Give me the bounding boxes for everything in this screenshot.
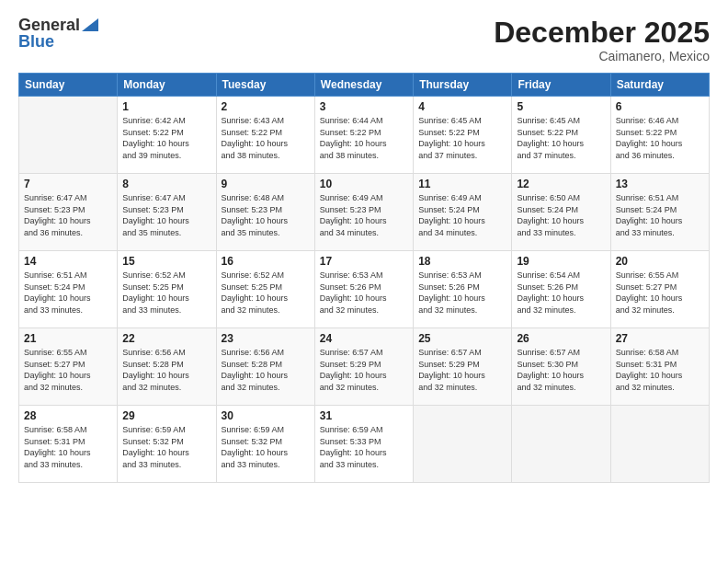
calendar-cell: 7Sunrise: 6:47 AM Sunset: 5:23 PM Daylig… <box>19 174 118 251</box>
location: Caimanero, Mexico <box>494 49 710 63</box>
calendar-cell <box>512 406 610 483</box>
day-number: 30 <box>222 409 310 422</box>
calendar-cell: 14Sunrise: 6:51 AM Sunset: 5:24 PM Dayli… <box>19 251 118 328</box>
day-info: Sunrise: 6:43 AM Sunset: 5:22 PM Dayligh… <box>222 115 310 161</box>
day-info: Sunrise: 6:59 AM Sunset: 5:32 PM Dayligh… <box>222 424 310 470</box>
calendar-table: SundayMondayTuesdayWednesdayThursdayFrid… <box>18 73 710 483</box>
calendar-cell: 31Sunrise: 6:59 AM Sunset: 5:33 PM Dayli… <box>314 406 413 483</box>
day-number: 12 <box>517 178 605 190</box>
col-header-friday: Friday <box>512 74 610 97</box>
day-info: Sunrise: 6:50 AM Sunset: 5:24 PM Dayligh… <box>517 192 605 238</box>
calendar-cell: 8Sunrise: 6:47 AM Sunset: 5:23 PM Daylig… <box>118 174 216 251</box>
day-info: Sunrise: 6:47 AM Sunset: 5:23 PM Dayligh… <box>24 192 112 238</box>
calendar-cell: 28Sunrise: 6:58 AM Sunset: 5:31 PM Dayli… <box>19 406 118 483</box>
calendar-cell: 6Sunrise: 6:46 AM Sunset: 5:22 PM Daylig… <box>610 97 709 174</box>
day-number: 2 <box>222 100 310 113</box>
calendar-cell: 16Sunrise: 6:52 AM Sunset: 5:25 PM Dayli… <box>216 251 314 328</box>
calendar-cell: 15Sunrise: 6:52 AM Sunset: 5:25 PM Dayli… <box>118 251 216 328</box>
calendar-cell: 11Sunrise: 6:49 AM Sunset: 5:24 PM Dayli… <box>414 174 512 251</box>
day-number: 26 <box>517 332 605 345</box>
calendar-cell: 20Sunrise: 6:55 AM Sunset: 5:27 PM Dayli… <box>610 251 709 328</box>
day-info: Sunrise: 6:53 AM Sunset: 5:26 PM Dayligh… <box>418 270 506 316</box>
logo-general-text: General <box>18 17 80 33</box>
calendar-cell: 21Sunrise: 6:55 AM Sunset: 5:27 PM Dayli… <box>19 328 118 406</box>
calendar-cell: 3Sunrise: 6:44 AM Sunset: 5:22 PM Daylig… <box>314 97 413 174</box>
day-info: Sunrise: 6:58 AM Sunset: 5:31 PM Dayligh… <box>24 424 112 470</box>
day-info: Sunrise: 6:42 AM Sunset: 5:22 PM Dayligh… <box>122 115 210 161</box>
day-info: Sunrise: 6:56 AM Sunset: 5:28 PM Dayligh… <box>122 347 210 393</box>
day-number: 6 <box>616 100 704 113</box>
calendar-header-row: SundayMondayTuesdayWednesdayThursdayFrid… <box>19 74 710 97</box>
day-number: 14 <box>24 255 112 268</box>
svg-marker-0 <box>82 18 98 31</box>
day-number: 5 <box>517 100 605 113</box>
calendar-week-4: 21Sunrise: 6:55 AM Sunset: 5:27 PM Dayli… <box>19 328 710 406</box>
day-info: Sunrise: 6:44 AM Sunset: 5:22 PM Dayligh… <box>320 115 408 161</box>
col-header-sunday: Sunday <box>19 74 118 97</box>
day-info: Sunrise: 6:56 AM Sunset: 5:28 PM Dayligh… <box>222 347 310 393</box>
calendar-week-1: 1Sunrise: 6:42 AM Sunset: 5:22 PM Daylig… <box>19 97 710 174</box>
calendar-cell: 30Sunrise: 6:59 AM Sunset: 5:32 PM Dayli… <box>216 406 314 483</box>
page: General Blue December 2025 Caimanero, Me… <box>0 0 728 563</box>
day-number: 21 <box>24 332 112 345</box>
calendar-cell: 23Sunrise: 6:56 AM Sunset: 5:28 PM Dayli… <box>216 328 314 406</box>
day-info: Sunrise: 6:47 AM Sunset: 5:23 PM Dayligh… <box>122 192 210 238</box>
col-header-monday: Monday <box>118 74 216 97</box>
calendar-cell: 27Sunrise: 6:58 AM Sunset: 5:31 PM Dayli… <box>610 328 709 406</box>
day-number: 10 <box>320 178 408 190</box>
month-title: December 2025 <box>494 17 710 49</box>
calendar-cell: 18Sunrise: 6:53 AM Sunset: 5:26 PM Dayli… <box>414 251 512 328</box>
day-number: 18 <box>418 255 506 268</box>
day-number: 22 <box>122 332 210 345</box>
calendar-cell <box>19 97 118 174</box>
calendar-cell: 2Sunrise: 6:43 AM Sunset: 5:22 PM Daylig… <box>216 97 314 174</box>
day-info: Sunrise: 6:57 AM Sunset: 5:29 PM Dayligh… <box>418 347 506 393</box>
col-header-wednesday: Wednesday <box>314 74 413 97</box>
logo: General Blue <box>18 17 98 50</box>
day-number: 24 <box>320 332 408 345</box>
calendar-cell: 29Sunrise: 6:59 AM Sunset: 5:32 PM Dayli… <box>118 406 216 483</box>
calendar-week-5: 28Sunrise: 6:58 AM Sunset: 5:31 PM Dayli… <box>19 406 710 483</box>
calendar-cell: 24Sunrise: 6:57 AM Sunset: 5:29 PM Dayli… <box>314 328 413 406</box>
calendar-cell: 26Sunrise: 6:57 AM Sunset: 5:30 PM Dayli… <box>512 328 610 406</box>
day-info: Sunrise: 6:55 AM Sunset: 5:27 PM Dayligh… <box>24 347 112 393</box>
calendar-cell: 5Sunrise: 6:45 AM Sunset: 5:22 PM Daylig… <box>512 97 610 174</box>
day-info: Sunrise: 6:58 AM Sunset: 5:31 PM Dayligh… <box>616 347 704 393</box>
day-info: Sunrise: 6:49 AM Sunset: 5:23 PM Dayligh… <box>320 192 408 238</box>
day-info: Sunrise: 6:51 AM Sunset: 5:24 PM Dayligh… <box>616 192 704 238</box>
day-number: 16 <box>222 255 310 268</box>
day-number: 15 <box>122 255 210 268</box>
day-info: Sunrise: 6:48 AM Sunset: 5:23 PM Dayligh… <box>222 192 310 238</box>
calendar-week-2: 7Sunrise: 6:47 AM Sunset: 5:23 PM Daylig… <box>19 174 710 251</box>
day-number: 13 <box>616 178 704 190</box>
day-number: 25 <box>418 332 506 345</box>
col-header-thursday: Thursday <box>414 74 512 97</box>
day-info: Sunrise: 6:45 AM Sunset: 5:22 PM Dayligh… <box>517 115 605 161</box>
day-number: 11 <box>418 178 506 190</box>
calendar-cell <box>610 406 709 483</box>
calendar-week-3: 14Sunrise: 6:51 AM Sunset: 5:24 PM Dayli… <box>19 251 710 328</box>
calendar-cell: 1Sunrise: 6:42 AM Sunset: 5:22 PM Daylig… <box>118 97 216 174</box>
calendar-cell: 22Sunrise: 6:56 AM Sunset: 5:28 PM Dayli… <box>118 328 216 406</box>
day-info: Sunrise: 6:52 AM Sunset: 5:25 PM Dayligh… <box>222 270 310 316</box>
col-header-tuesday: Tuesday <box>216 74 314 97</box>
logo-icon <box>82 18 98 31</box>
day-info: Sunrise: 6:45 AM Sunset: 5:22 PM Dayligh… <box>418 115 506 161</box>
day-number: 1 <box>122 100 210 113</box>
header: General Blue December 2025 Caimanero, Me… <box>18 17 710 63</box>
day-number: 23 <box>222 332 310 345</box>
calendar-cell <box>414 406 512 483</box>
day-number: 28 <box>24 409 112 422</box>
title-block: December 2025 Caimanero, Mexico <box>494 17 710 63</box>
day-number: 4 <box>418 100 506 113</box>
day-number: 20 <box>616 255 704 268</box>
day-info: Sunrise: 6:55 AM Sunset: 5:27 PM Dayligh… <box>616 270 704 316</box>
day-number: 27 <box>616 332 704 345</box>
calendar-cell: 17Sunrise: 6:53 AM Sunset: 5:26 PM Dayli… <box>314 251 413 328</box>
day-number: 17 <box>320 255 408 268</box>
calendar-cell: 9Sunrise: 6:48 AM Sunset: 5:23 PM Daylig… <box>216 174 314 251</box>
day-number: 9 <box>222 178 310 190</box>
calendar-cell: 19Sunrise: 6:54 AM Sunset: 5:26 PM Dayli… <box>512 251 610 328</box>
day-info: Sunrise: 6:59 AM Sunset: 5:33 PM Dayligh… <box>320 424 408 470</box>
calendar-cell: 13Sunrise: 6:51 AM Sunset: 5:24 PM Dayli… <box>610 174 709 251</box>
